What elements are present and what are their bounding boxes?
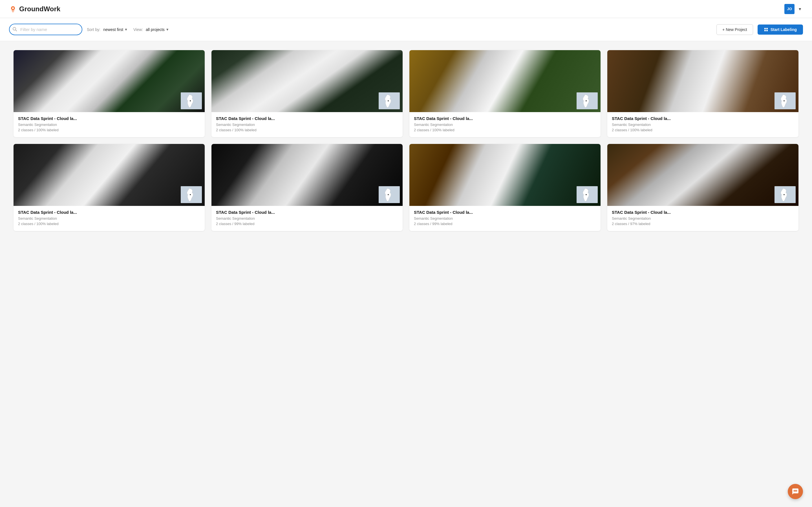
card-title: STAC Data Sprint - Cloud la... [216, 116, 398, 121]
card-title: STAC Data Sprint - Cloud la... [18, 116, 200, 121]
card-minimap [774, 186, 796, 203]
card-type: Semantic Segmentation [414, 216, 596, 221]
card-minimap [576, 93, 598, 109]
logo-text: GroundWork [19, 5, 60, 13]
search-icon [12, 27, 17, 33]
card-minimap [181, 186, 202, 203]
svg-point-11 [190, 100, 191, 101]
sort-value: newest first [103, 27, 123, 32]
logo-area: GroundWork [9, 5, 60, 13]
card-type: Semantic Segmentation [216, 216, 398, 221]
project-card[interactable]: STAC Data Sprint - Cloud la... Semantic … [409, 144, 601, 231]
svg-rect-8 [764, 30, 766, 31]
project-card[interactable]: STAC Data Sprint - Cloud la... Semantic … [607, 144, 799, 231]
card-image [607, 50, 799, 112]
card-image [211, 50, 403, 112]
card-meta: 2 classes / 100% labeled [612, 128, 794, 132]
card-image [409, 50, 601, 112]
card-minimap [378, 93, 400, 109]
sort-chevron-icon: ▼ [124, 27, 128, 32]
card-info: STAC Data Sprint - Cloud la... Semantic … [211, 206, 403, 231]
svg-point-13 [388, 100, 389, 101]
card-image [607, 144, 799, 206]
svg-point-25 [783, 194, 784, 195]
card-type: Semantic Segmentation [612, 216, 794, 221]
search-container [9, 24, 82, 35]
svg-point-2 [12, 7, 14, 9]
card-title: STAC Data Sprint - Cloud la... [612, 210, 794, 215]
card-image [409, 144, 601, 206]
view-label: View: [133, 27, 143, 32]
view-chevron-icon: ▼ [166, 27, 169, 32]
start-labeling-icon [764, 27, 768, 32]
card-type: Semantic Segmentation [18, 216, 200, 221]
card-meta: 2 classes / 100% labeled [18, 128, 200, 132]
logo-icon [9, 5, 17, 13]
card-meta: 2 classes / 99% labeled [414, 222, 596, 226]
start-labeling-label: Start Labeling [770, 27, 797, 32]
card-image [13, 144, 205, 206]
svg-rect-9 [766, 30, 768, 31]
svg-point-15 [586, 100, 587, 101]
card-meta: 2 classes / 100% labeled [18, 222, 200, 226]
card-info: STAC Data Sprint - Cloud la... Semantic … [13, 112, 205, 137]
card-info: STAC Data Sprint - Cloud la... Semantic … [13, 206, 205, 231]
card-minimap [181, 93, 202, 109]
card-meta: 2 classes / 99% labeled [216, 222, 398, 226]
card-title: STAC Data Sprint - Cloud la... [216, 210, 398, 215]
header-right: JO ▼ [784, 4, 803, 14]
view-control: View: all projects ▼ [133, 26, 170, 33]
project-card[interactable]: STAC Data Sprint - Cloud la... Semantic … [211, 50, 403, 137]
sort-label: Sort by: [87, 27, 100, 32]
card-type: Semantic Segmentation [612, 122, 794, 127]
view-value: all projects [146, 27, 165, 32]
card-title: STAC Data Sprint - Cloud la... [18, 210, 200, 215]
user-menu-chevron[interactable]: ▼ [797, 6, 803, 12]
card-minimap [378, 186, 400, 203]
card-minimap [576, 186, 598, 203]
card-info: STAC Data Sprint - Cloud la... Semantic … [607, 112, 799, 137]
svg-point-23 [586, 194, 587, 195]
card-info: STAC Data Sprint - Cloud la... Semantic … [409, 112, 601, 137]
project-card[interactable]: STAC Data Sprint - Cloud la... Semantic … [607, 50, 799, 137]
card-info: STAC Data Sprint - Cloud la... Semantic … [409, 206, 601, 231]
svg-rect-7 [766, 28, 768, 29]
card-title: STAC Data Sprint - Cloud la... [414, 116, 596, 121]
card-info: STAC Data Sprint - Cloud la... Semantic … [211, 112, 403, 137]
card-type: Semantic Segmentation [414, 122, 596, 127]
search-input[interactable] [9, 24, 82, 35]
card-type: Semantic Segmentation [216, 122, 398, 127]
new-project-button[interactable]: + New Project [716, 24, 753, 35]
main-content: STAC Data Sprint - Cloud la... Semantic … [0, 41, 812, 240]
svg-point-19 [190, 194, 191, 195]
card-title: STAC Data Sprint - Cloud la... [414, 210, 596, 215]
new-project-label: + New Project [722, 27, 747, 32]
project-card[interactable]: STAC Data Sprint - Cloud la... Semantic … [409, 50, 601, 137]
card-meta: 2 classes / 100% labeled [414, 128, 596, 132]
svg-point-21 [388, 194, 389, 195]
project-card[interactable]: STAC Data Sprint - Cloud la... Semantic … [13, 144, 205, 231]
svg-line-5 [15, 30, 17, 31]
header: GroundWork JO ▼ [0, 0, 812, 18]
card-image [13, 50, 205, 112]
card-meta: 2 classes / 100% labeled [216, 128, 398, 132]
card-meta: 2 classes / 97% labeled [612, 222, 794, 226]
card-type: Semantic Segmentation [18, 122, 200, 127]
start-labeling-button[interactable]: Start Labeling [758, 24, 803, 35]
project-card[interactable]: STAC Data Sprint - Cloud la... Semantic … [13, 50, 205, 137]
chat-bubble-button[interactable] [788, 484, 803, 499]
card-image [211, 144, 403, 206]
toolbar: Sort by: newest first ▼ View: all projec… [0, 18, 812, 41]
card-title: STAC Data Sprint - Cloud la... [612, 116, 794, 121]
project-card[interactable]: STAC Data Sprint - Cloud la... Semantic … [211, 144, 403, 231]
card-minimap [774, 93, 796, 109]
project-grid: STAC Data Sprint - Cloud la... Semantic … [13, 50, 799, 231]
svg-rect-6 [764, 28, 766, 29]
sort-control: Sort by: newest first ▼ [87, 26, 129, 33]
svg-point-17 [783, 100, 784, 101]
sort-dropdown[interactable]: newest first ▼ [102, 26, 129, 33]
view-dropdown[interactable]: all projects ▼ [145, 26, 170, 33]
card-info: STAC Data Sprint - Cloud la... Semantic … [607, 206, 799, 231]
chat-icon [792, 488, 799, 495]
user-avatar[interactable]: JO [784, 4, 795, 14]
